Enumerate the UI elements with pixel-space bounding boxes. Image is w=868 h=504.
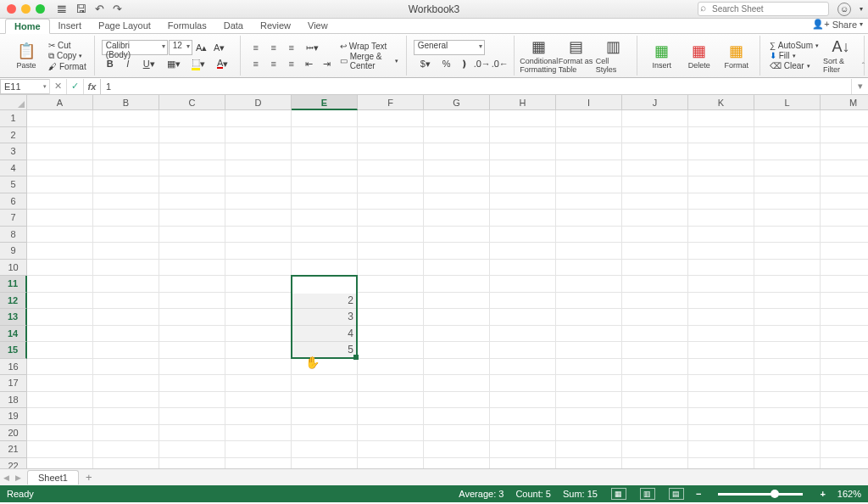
cell-A13[interactable] <box>27 309 93 326</box>
row-header-16[interactable]: 16 <box>0 359 27 376</box>
row-header-8[interactable]: 8 <box>0 227 27 244</box>
cell-E21[interactable] <box>292 441 358 458</box>
cell-D4[interactable] <box>225 160 292 177</box>
cell-B15[interactable] <box>93 342 159 359</box>
decrease-font-icon[interactable]: A▾ <box>211 40 228 55</box>
cell-C9[interactable] <box>159 243 225 260</box>
cell-E10[interactable] <box>292 260 358 277</box>
cell-A6[interactable] <box>27 193 93 210</box>
col-header-B[interactable]: B <box>93 95 159 110</box>
cell-C20[interactable] <box>159 425 225 442</box>
cell-C10[interactable] <box>159 260 225 277</box>
insert-function-icon[interactable]: fx <box>83 79 100 94</box>
cell-D2[interactable] <box>225 127 292 144</box>
cell-F4[interactable] <box>358 160 424 177</box>
cell-G14[interactable] <box>424 326 490 343</box>
cell-G8[interactable] <box>424 227 490 244</box>
cell-D5[interactable] <box>225 176 292 193</box>
cell-E13[interactable]: 3 <box>292 309 358 326</box>
cell-I15[interactable] <box>556 342 622 359</box>
cell-A21[interactable] <box>27 441 93 458</box>
copy-button[interactable]: ⧉Copy▾ <box>46 51 89 61</box>
cell-J15[interactable] <box>622 342 688 359</box>
cell-F12[interactable] <box>358 293 424 310</box>
search-sheet-input[interactable] <box>698 2 829 16</box>
cell-I10[interactable] <box>556 260 622 277</box>
cell-area[interactable]: 12345 <box>27 110 868 468</box>
cell-C17[interactable] <box>159 375 225 392</box>
cell-E11[interactable]: 1 <box>292 276 358 293</box>
cell-H19[interactable] <box>490 408 556 425</box>
cell-F16[interactable] <box>358 359 424 376</box>
cell-M21[interactable] <box>821 441 868 458</box>
next-sheet-icon[interactable]: ▶ <box>12 473 24 482</box>
cell-F18[interactable] <box>358 392 424 409</box>
cell-I21[interactable] <box>556 441 622 458</box>
cell-E7[interactable] <box>292 210 358 227</box>
col-header-L[interactable]: L <box>754 95 821 110</box>
cell-J11[interactable] <box>622 276 688 293</box>
page-break-view-icon[interactable]: ▤ <box>669 488 684 500</box>
cell-D9[interactable] <box>225 243 292 260</box>
cell-K19[interactable] <box>688 408 754 425</box>
cell-I20[interactable] <box>556 425 622 442</box>
paste-button[interactable]: 📋 Paste <box>8 36 44 76</box>
cell-G15[interactable] <box>424 342 490 359</box>
cell-H10[interactable] <box>490 260 556 277</box>
cell-J3[interactable] <box>622 143 688 160</box>
cell-I6[interactable] <box>556 193 622 210</box>
cell-M16[interactable] <box>821 359 868 376</box>
cell-B20[interactable] <box>93 425 159 442</box>
cell-C11[interactable] <box>159 276 225 293</box>
cell-E12[interactable]: 2 <box>292 293 358 310</box>
cell-K1[interactable] <box>688 110 754 127</box>
prev-sheet-icon[interactable]: ◀ <box>0 473 12 482</box>
cell-C2[interactable] <box>159 127 225 144</box>
row-header-13[interactable]: 13 <box>0 309 27 326</box>
cell-J9[interactable] <box>622 243 688 260</box>
cell-C12[interactable] <box>159 293 225 310</box>
cell-G9[interactable] <box>424 243 490 260</box>
cell-H13[interactable] <box>490 309 556 326</box>
cell-E18[interactable] <box>292 392 358 409</box>
row-header-14[interactable]: 14 <box>0 326 27 343</box>
cell-B11[interactable] <box>93 276 159 293</box>
tab-view[interactable]: View <box>299 19 337 33</box>
cell-B3[interactable] <box>93 143 159 160</box>
cell-E22[interactable] <box>292 458 358 469</box>
cell-K8[interactable] <box>688 227 754 244</box>
orientation-icon[interactable]: ⤠▾ <box>301 40 325 55</box>
cell-A7[interactable] <box>27 210 93 227</box>
normal-view-icon[interactable]: ▦ <box>611 488 626 500</box>
cell-L10[interactable] <box>754 260 821 277</box>
cell-J6[interactable] <box>622 193 688 210</box>
name-box[interactable]: E11 <box>0 79 49 94</box>
row-header-2[interactable]: 2 <box>0 127 27 144</box>
increase-decimal-icon[interactable]: .0→ <box>474 56 491 71</box>
cell-A18[interactable] <box>27 392 93 409</box>
cell-L20[interactable] <box>754 425 821 442</box>
cell-I3[interactable] <box>556 143 622 160</box>
row-header-10[interactable]: 10 <box>0 260 27 277</box>
cell-E2[interactable] <box>292 127 358 144</box>
cell-G21[interactable] <box>424 441 490 458</box>
cell-K2[interactable] <box>688 127 754 144</box>
cell-H4[interactable] <box>490 160 556 177</box>
sheet-tab-active[interactable]: Sheet1 <box>27 470 79 484</box>
cell-J17[interactable] <box>622 375 688 392</box>
cell-I19[interactable] <box>556 408 622 425</box>
cell-J18[interactable] <box>622 392 688 409</box>
cell-E15[interactable]: 5 <box>292 342 358 359</box>
cell-E5[interactable] <box>292 176 358 193</box>
cell-M7[interactable] <box>821 210 868 227</box>
cell-B14[interactable] <box>93 326 159 343</box>
zoom-slider[interactable] <box>718 493 803 496</box>
row-header-1[interactable]: 1 <box>0 110 27 127</box>
row-header-19[interactable]: 19 <box>0 408 27 425</box>
cell-E1[interactable] <box>292 110 358 127</box>
cell-F9[interactable] <box>358 243 424 260</box>
cell-C3[interactable] <box>159 143 225 160</box>
cell-M13[interactable] <box>821 309 868 326</box>
expand-formula-bar-icon[interactable]: ▾ <box>851 79 868 94</box>
indent-decrease-icon[interactable]: ⇤ <box>301 56 318 71</box>
